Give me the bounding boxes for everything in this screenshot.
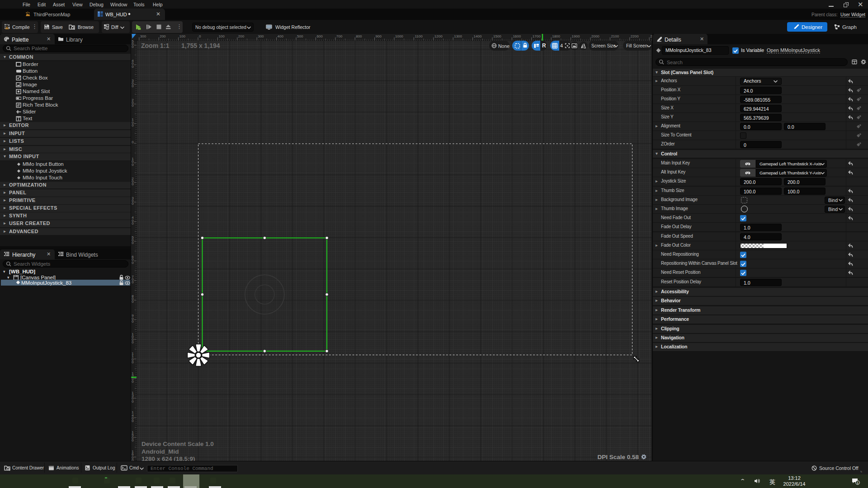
svg-text:500: 500 <box>132 235 134 245</box>
svg-text:200: 200 <box>160 34 166 38</box>
svg-text:Device Content Scale 1.0: Device Content Scale 1.0 <box>142 441 214 447</box>
svg-text:1400: 1400 <box>474 34 482 38</box>
svg-text:200: 200 <box>132 98 134 108</box>
svg-text:DPI Scale 0.58: DPI Scale 0.58 <box>597 454 639 460</box>
svg-text:1280 x 624 (18.5:9): 1280 x 624 (18.5:9) <box>142 455 195 461</box>
svg-text:300: 300 <box>132 79 134 88</box>
svg-text:1000: 1000 <box>132 332 134 345</box>
svg-text:1300: 1300 <box>132 391 134 404</box>
svg-text:2100: 2100 <box>611 34 619 38</box>
svg-text:1100: 1100 <box>415 34 423 38</box>
svg-text:200: 200 <box>238 34 245 38</box>
svg-text:600: 600 <box>316 34 323 38</box>
svg-text:500: 500 <box>297 34 303 38</box>
svg-text:1000: 1000 <box>395 34 403 38</box>
svg-text:200: 200 <box>132 177 134 186</box>
svg-text:700: 700 <box>132 275 134 284</box>
svg-text:1800: 1800 <box>552 34 560 38</box>
svg-text:300: 300 <box>132 196 134 206</box>
svg-text:100: 100 <box>179 34 186 38</box>
svg-text:1600: 1600 <box>132 450 134 461</box>
svg-text:1500: 1500 <box>493 34 501 38</box>
svg-text:1700: 1700 <box>533 34 541 38</box>
svg-text:1600: 1600 <box>513 34 521 38</box>
svg-text:1300: 1300 <box>454 34 462 38</box>
svg-text:1,755 x 1,194: 1,755 x 1,194 <box>181 42 220 49</box>
svg-text:Android_Mid: Android_Mid <box>142 448 179 455</box>
svg-text:0: 0 <box>199 34 201 38</box>
svg-text:600: 600 <box>132 255 134 264</box>
svg-text:0: 0 <box>132 140 134 144</box>
svg-text:1100: 1100 <box>132 352 134 364</box>
svg-text:300: 300 <box>140 34 146 38</box>
svg-text:400: 400 <box>132 59 134 68</box>
svg-text:800: 800 <box>132 294 134 304</box>
svg-text:700: 700 <box>336 34 343 38</box>
svg-text:100: 100 <box>218 34 225 38</box>
svg-text:900: 900 <box>376 34 382 38</box>
svg-text:900: 900 <box>132 314 134 323</box>
svg-text:500: 500 <box>132 39 134 49</box>
svg-text:400: 400 <box>132 216 134 225</box>
svg-text:1900: 1900 <box>572 34 580 38</box>
svg-text:1: 1 <box>857 481 859 485</box>
svg-text:100: 100 <box>132 157 134 166</box>
svg-text:1400: 1400 <box>132 410 134 423</box>
svg-text:2200: 2200 <box>631 34 639 38</box>
svg-text:Zoom 1:1: Zoom 1:1 <box>141 42 169 49</box>
svg-text:300: 300 <box>258 34 264 38</box>
svg-text:100: 100 <box>132 117 134 127</box>
svg-text:2000: 2000 <box>591 34 599 38</box>
svg-text:800: 800 <box>356 34 362 38</box>
svg-text:400: 400 <box>278 34 284 38</box>
svg-text:1200: 1200 <box>434 34 443 38</box>
svg-text:1500: 1500 <box>132 430 134 443</box>
